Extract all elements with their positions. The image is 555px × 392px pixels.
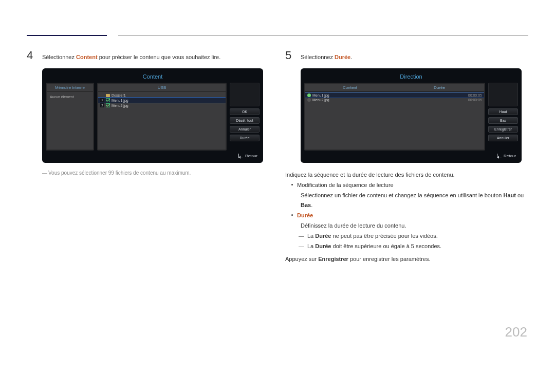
return-icon xyxy=(497,154,502,158)
text: . xyxy=(350,54,352,60)
highlight-duree: Durée xyxy=(335,54,350,60)
step-text: Sélectionnez Durée. xyxy=(301,53,352,62)
dash-icon: ― xyxy=(299,231,304,241)
bold-duree: Durée xyxy=(315,233,331,239)
direction-main-pane: Content Durée Menu1.jpg 00:00:05 xyxy=(304,83,485,151)
highlight-content: Content xyxy=(76,54,98,60)
file-row-selected[interactable]: 1 Menu1.jpg xyxy=(98,98,226,103)
duration-value: 00:00:05 xyxy=(468,94,482,97)
text-line: Définissez la durée de lecture du conten… xyxy=(301,221,528,231)
text: Sélectionnez un fichier de contenu et ch… xyxy=(301,192,503,198)
radio-icon xyxy=(307,94,311,97)
radio-icon xyxy=(307,98,311,102)
text: pour préciser le contenu que vous souhai… xyxy=(98,54,221,60)
internal-memory-pane: Mémoire interne Aucun élément xyxy=(46,83,94,151)
dash-icon: ― xyxy=(299,241,304,252)
folder-label: Dossier1 xyxy=(112,94,126,97)
header-divider xyxy=(118,35,528,36)
document-page: 4 Sélectionnez Content pour préciser le … xyxy=(0,0,555,353)
footnote: ―Vous pouvez sélectionner 99 fichiers de… xyxy=(42,170,270,176)
bold-haut: Haut xyxy=(503,192,515,198)
return-icon xyxy=(238,154,243,158)
folder-icon xyxy=(106,94,110,97)
preview-box xyxy=(488,83,518,106)
checkbox-icon[interactable] xyxy=(106,103,110,107)
bullet-icon xyxy=(291,214,293,216)
step-text: Sélectionnez Content pour préciser le co… xyxy=(42,53,220,62)
step-number: 4 xyxy=(27,49,37,62)
bold-bas: Bas xyxy=(301,202,311,208)
return-label[interactable]: Retour xyxy=(504,154,516,158)
cancel-button[interactable]: Annuler xyxy=(230,126,260,133)
text: doit être supérieure ou égale à 5 second… xyxy=(331,243,441,249)
text: pour enregistrer les paramètres. xyxy=(348,256,431,262)
file-row-selected[interactable]: Menu1.jpg 00:00:05 xyxy=(305,93,484,98)
text: La xyxy=(307,233,315,239)
text: . xyxy=(311,202,312,208)
order-badge: 2 xyxy=(100,103,104,107)
content-panel-screenshot: Content Mémoire interne Aucun élément US… xyxy=(42,68,263,163)
cancel-button[interactable]: Annuler xyxy=(488,135,518,141)
duration-value: 00:00:05 xyxy=(468,98,482,102)
tab-internal-memory[interactable]: Mémoire interne xyxy=(47,84,93,92)
panel-title: Direction xyxy=(304,72,518,83)
left-column: 4 Sélectionnez Content pour préciser le … xyxy=(27,49,270,265)
file-name: Menu2.jpg xyxy=(312,98,329,102)
empty-label: Aucun élément xyxy=(47,92,93,102)
text: ou xyxy=(516,192,524,198)
text: Appuyez sur xyxy=(285,256,318,262)
text: ne peut pas être précisée pour les vidéo… xyxy=(331,233,437,239)
file-name: Menu1.jpg xyxy=(112,99,128,102)
tab-usb[interactable]: USB xyxy=(98,84,226,92)
text: Sélectionnez xyxy=(301,54,335,60)
folder-row[interactable]: Dossier1 xyxy=(98,93,226,98)
text-line: Appuyez sur Enregistrer pour enregistrer… xyxy=(285,254,528,265)
checkbox-icon[interactable] xyxy=(106,98,110,102)
direction-panel-screenshot: Direction Content Durée Menu1.jpg 00:00:… xyxy=(301,68,522,163)
highlight-duree: Durée xyxy=(297,211,313,221)
up-button[interactable]: Haut xyxy=(488,108,518,115)
file-row[interactable]: Menu2.jpg 00:00:05 xyxy=(305,98,484,102)
text-line: La Durée ne peut pas être précisée pour … xyxy=(307,231,438,241)
order-badge: 1 xyxy=(100,98,104,102)
tab-content[interactable]: Content xyxy=(305,84,395,91)
header-accent-bar xyxy=(27,35,107,36)
deselect-all-button[interactable]: Désél. tout xyxy=(230,117,260,124)
text: La xyxy=(307,243,315,249)
file-row[interactable]: 2 Menu2.jpg xyxy=(98,103,226,108)
down-button[interactable]: Bas xyxy=(488,117,518,124)
return-label[interactable]: Retour xyxy=(245,154,257,158)
tab-duree[interactable]: Durée xyxy=(395,84,484,91)
bold-duree: Durée xyxy=(315,243,331,249)
instruction-block: Indiquez la séquence et la durée de lect… xyxy=(285,170,528,265)
text-line: Sélectionnez un fichier de contenu et ch… xyxy=(301,191,528,211)
text: Sélectionnez xyxy=(42,54,76,60)
usb-pane: USB Dossier1 1 Menu1.jpg xyxy=(97,83,227,151)
step-number: 5 xyxy=(285,49,295,62)
save-button[interactable]: Enregistrer xyxy=(488,126,518,133)
bullet-icon xyxy=(291,184,293,185)
text-line: La Durée doit être supérieure ou égale à… xyxy=(307,241,441,252)
duration-button[interactable]: Durée xyxy=(230,135,260,141)
file-name: Menu1.jpg xyxy=(312,94,329,97)
note-text: Vous pouvez sélectionner 99 fichiers de … xyxy=(48,170,191,176)
ok-button[interactable]: OK xyxy=(230,108,260,115)
file-name: Menu2.jpg xyxy=(112,104,128,107)
bold-enregistrer: Enregistrer xyxy=(318,256,348,262)
text-line: Modification de la séquence de lecture xyxy=(297,180,394,191)
preview-box xyxy=(230,83,260,106)
text-line: Indiquez la séquence et la durée de lect… xyxy=(285,170,528,180)
panel-title: Content xyxy=(46,72,260,83)
page-number: 202 xyxy=(505,324,527,340)
right-column: 5 Sélectionnez Durée. Direction Content … xyxy=(285,49,528,265)
